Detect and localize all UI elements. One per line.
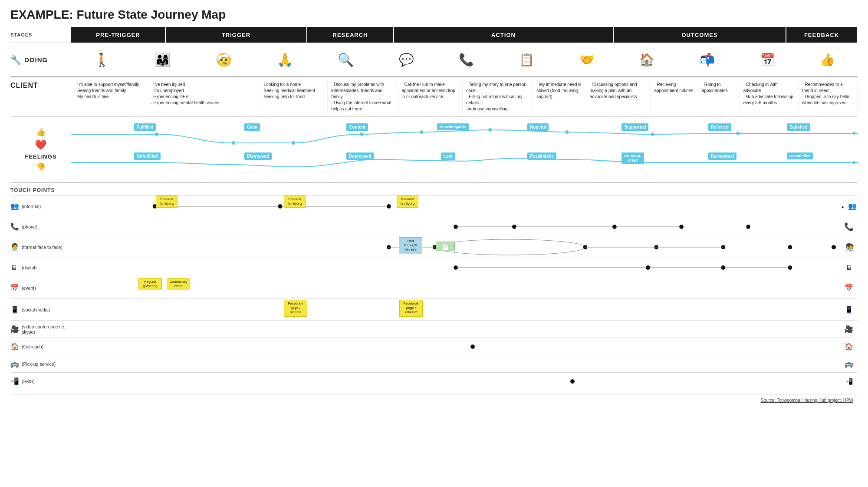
sticky-fb2: Facebookpage /others? [399, 300, 423, 317]
social-right-icon: 📱 [840, 305, 858, 314]
chat-icon: 💬 [399, 53, 414, 67]
client-cell-going: - Going to appointments [698, 81, 740, 113]
walking-icon: 🚶 [94, 52, 110, 67]
digital-area [71, 258, 840, 277]
social-text: (social media) [22, 307, 50, 312]
svg-point-1 [232, 141, 235, 145]
digital-right-icon: 🖥 [840, 264, 858, 272]
wrench-icon: 🔧 [10, 55, 22, 65]
sticky-regular: Regulargathering [138, 278, 162, 291]
client-label: CLIENT [10, 81, 71, 89]
svg-point-19 [435, 239, 585, 255]
tp-dot-outreach [470, 345, 475, 349]
outreach-right-icon: 🏠 [840, 342, 858, 351]
svg-point-16 [612, 225, 617, 229]
feeling-hopeful: Hopeful [527, 123, 549, 131]
feeling-unsupported: Un-supp-orted [621, 152, 644, 164]
touchpoint-outreach: 🏠 (Outreach) 🏠 [10, 338, 858, 355]
svg-point-8 [736, 132, 740, 135]
svg-point-27 [646, 265, 650, 270]
client-cell-recommended: - Recommended to a friend in need - Drop… [799, 81, 858, 113]
calendar-icon: 📅 [760, 53, 775, 67]
stage-action: ACTION [394, 27, 614, 43]
help-icon: 🙏 [277, 52, 293, 67]
stage-pre-trigger: PRE-TRIGGER [71, 27, 166, 43]
svg-point-20 [387, 245, 391, 249]
doing-icons: 🚶 👨‍👩‍👧 🤕 🙏 🔍 💬 📞 📋 🤝 🏠 📬 📅 👍 [71, 52, 858, 67]
informal-right-icon: ● 👥 [840, 202, 858, 211]
touchpoint-pickup: 🚌 (Pick-up service) 🚌 [10, 355, 858, 372]
svg-point-4 [420, 130, 424, 134]
client-cell-telling: - Telling my story to one person, once -… [463, 81, 533, 113]
svg-point-12 [278, 204, 283, 209]
doing-label: 🔧 DOING [10, 55, 71, 65]
notice-icon: 📬 [700, 53, 715, 67]
phone-text: (phone) [22, 224, 37, 229]
search-person-icon: 🔍 [338, 52, 354, 67]
social-area: Facebookpage /others? Facebookpage /othe… [71, 299, 840, 321]
heart-icon: ❤️ [35, 139, 47, 151]
formal-right-icon2: 🧑‍💼 [846, 243, 855, 251]
svg-point-17 [679, 225, 684, 229]
client-cell-research: - Looking for a home - Seeking medical t… [257, 81, 328, 113]
touchpoint-phone: 📞 (phone) 📞 [10, 217, 858, 236]
sticky-friends3: Friends/familyorg [397, 195, 418, 208]
stage-feedback: FEEDBACK [786, 27, 858, 43]
client-cell-receiving: - Recieving appointment notices [651, 81, 698, 113]
family-icon: 👨‍👩‍👧 [155, 52, 171, 67]
feedback-icon: 👍 [820, 53, 835, 67]
feelings-chart: Fulfilled Calm Content Knowledgable Hope… [71, 121, 858, 178]
client-cell-discussing: - Discussing options and making a plan w… [586, 81, 651, 113]
formal-area: RedCross,StVinnie's 📄 🧑‍💼 [71, 236, 840, 258]
feelings-section: 👍 ❤️ FEELINGS 👎 [10, 117, 858, 183]
client-cell-checkin: - Checking in with advocate - Hub advoca… [740, 81, 799, 113]
feeling-relieved: Relieved [708, 123, 731, 131]
sticky-friends1: Friends/familyorg [156, 195, 178, 208]
touchpoint-informal: 👥 (informal) Friends/familyorg Friends/f… [10, 195, 858, 217]
svg-point-13 [387, 204, 391, 209]
touchpoint-formal: 🧑‍💼 (formal-face to face) Red [10, 236, 858, 258]
svg-point-25 [788, 245, 792, 249]
feeling-knowledgable: Knowledgable [437, 123, 469, 130]
phone-label: 📞 (phone) [10, 221, 71, 232]
event-icon: 📅 [10, 284, 19, 292]
digital-icon: 🖥 [10, 264, 19, 272]
feeling-devastated: Devastated [708, 152, 736, 160]
touchpoints-title: TOUCH POINTS [10, 185, 858, 195]
formal-label: 🧑‍💼 (formal-face to face) [10, 241, 71, 253]
thumbs-up-icon: 👍 [36, 127, 46, 137]
informal-label: 👥 (informal) [10, 200, 71, 212]
touchpoint-event: 📅 (event) Regulargathering Communityeven… [10, 277, 858, 298]
svg-point-28 [721, 265, 726, 270]
informal-area: Friends/familyorg Friends/familyorg Frie… [71, 195, 840, 217]
client-row: CLIENT - I'm able to support myself/fami… [10, 77, 858, 117]
client-cell-pre-trigger: - I'm able to support myself/family - Se… [71, 81, 147, 113]
svg-marker-10 [853, 161, 858, 164]
phone-icon: 📞 [10, 222, 19, 231]
feeling-fulfilled: Fulfilled [134, 123, 156, 131]
informal-text: (informal) [22, 204, 41, 209]
source-text: Source: Toowoomba Housing Hub project, H… [761, 398, 853, 403]
thumbs-down-icon: 👎 [36, 162, 46, 172]
touchpoint-digital: 🖥 (digital) 🖥 [10, 258, 858, 277]
sms-text: (SMS) [22, 379, 35, 384]
touchpoint-video: 🎥 (video conference i.e. skype) 🎥 [10, 320, 858, 338]
event-area: Regulargathering Communityevent [71, 277, 840, 299]
social-label: 📱 (social media) [10, 304, 71, 315]
svg-point-24 [721, 245, 726, 249]
doing-text: DOING [24, 56, 48, 63]
page-title: EXAMPLE: Future State Journey Map [10, 8, 858, 22]
client-cells: - I'm able to support myself/family - Se… [71, 81, 858, 113]
sticky-community: Communityevent [167, 278, 190, 291]
stage-research: RESEARCH [307, 27, 394, 43]
svg-point-2 [292, 141, 295, 145]
sms-icon: 📲 [10, 377, 19, 385]
digital-text: (digital) [22, 265, 36, 270]
video-area [71, 321, 840, 338]
touchpoint-social: 📱 (social media) Facebookpage /others? F… [10, 298, 858, 320]
feeling-unsatisfied: Unsatisfied [787, 152, 813, 159]
svg-point-0 [155, 133, 158, 136]
digital-svg [71, 258, 840, 277]
client-cell-call: - Call the Hub to make appointment or ac… [398, 81, 463, 113]
svg-point-5 [488, 128, 492, 132]
